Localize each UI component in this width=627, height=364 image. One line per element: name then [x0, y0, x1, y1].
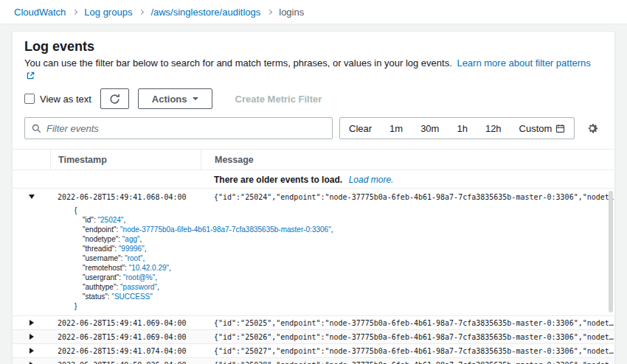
chevron-down-icon: [29, 195, 35, 199]
json-line: "username": "root",: [75, 253, 614, 263]
table-header: Timestamp Message: [13, 149, 614, 170]
external-link-icon: [27, 71, 35, 80]
log-timestamp: 2022-06-28T15:49:41.068-04:00: [50, 193, 201, 201]
column-header-timestamp[interactable]: Timestamp: [50, 150, 201, 169]
log-events-panel: Log events You can use the filter bar be…: [12, 31, 615, 364]
chevron-right-icon: [72, 9, 77, 14]
refresh-icon: [109, 94, 120, 105]
json-line: "threadid": "99996",: [75, 244, 614, 253]
scrollbar-thumb[interactable]: [609, 191, 613, 312]
log-message: {"id":"25028","endpoint":"node-37775b0a-…: [201, 361, 614, 364]
table-body: There are older events to load. Load mor…: [13, 170, 614, 364]
log-message: {"id":"25026","endpoint":"node-37775b0a-…: [201, 333, 614, 341]
search-icon: [32, 124, 41, 133]
time-custom-label: Custom: [519, 123, 552, 134]
create-metric-filter-button[interactable]: Create Metric Filter: [221, 88, 336, 109]
log-toolbar: View as text Actions Create Metric Filte…: [13, 82, 614, 109]
json-line: "remotehost": "10.42.0.29",: [75, 263, 614, 273]
time-clear-button[interactable]: Clear: [340, 118, 381, 139]
log-message: {"id":"25027","endpoint":"node-37775b0a-…: [201, 347, 614, 355]
json-line: "endpoint": "node-37775b0a-6feb-4b61-98a…: [75, 225, 614, 234]
chevron-down-icon: [193, 97, 198, 100]
settings-gear-button[interactable]: [586, 122, 599, 135]
refresh-button[interactable]: [100, 88, 129, 109]
log-events-table: Timestamp Message There are older events…: [13, 149, 614, 364]
expand-toggle[interactable]: [13, 344, 50, 357]
create-metric-filter-label: Create Metric Filter: [235, 94, 322, 105]
time-range-control: Clear 1m 30m 1h 12h Custom: [339, 117, 575, 139]
expanded-json: {"id": "25024","endpoint": "node-37775b0…: [13, 205, 614, 316]
filter-events-search[interactable]: [24, 117, 333, 139]
page-title: Log events: [24, 39, 603, 55]
learn-more-link[interactable]: Learn more about filter patterns: [457, 57, 590, 69]
log-row[interactable]: 2022-06-28T15:49:41.069-04:00{"id":"2502…: [13, 316, 614, 330]
log-timestamp: 2022-06-28T15:49:41.074-04:00: [50, 347, 201, 355]
chevron-right-icon: [30, 348, 34, 354]
log-rows: 2022-06-28T15:49:41.069-04:00{"id":"2502…: [13, 316, 614, 364]
view-as-text-label: View as text: [40, 94, 91, 105]
breadcrumb-log-groups[interactable]: Log groups: [84, 7, 132, 18]
checkbox-box[interactable]: [24, 94, 35, 104]
breadcrumb-current: logins: [279, 7, 304, 18]
chevron-right-icon: [30, 334, 34, 340]
log-row[interactable]: 2022-06-28T15:49:50.926-04:00{"id":"2502…: [13, 358, 614, 364]
log-timestamp: 2022-06-28T15:49:50.926-04:00: [50, 361, 201, 364]
calendar-icon: [555, 124, 565, 133]
json-line: "nodetype": "agg",: [75, 234, 614, 244]
load-more-link[interactable]: Load more.: [349, 175, 394, 185]
json-line: {: [75, 206, 614, 215]
log-row[interactable]: 2022-06-28T15:49:41.074-04:00{"id":"2502…: [13, 344, 614, 358]
view-as-text-checkbox[interactable]: View as text: [24, 94, 91, 105]
chevron-right-icon: [30, 320, 34, 326]
time-1h-button[interactable]: 1h: [448, 118, 476, 139]
page-description: You can use the filter bar below to sear…: [24, 57, 603, 82]
collapse-toggle[interactable]: [13, 189, 50, 205]
json-line: "status": "SUCCESS": [75, 292, 614, 301]
json-line: "usergrant": "root@%",: [75, 273, 614, 282]
breadcrumb-log-group-name[interactable]: /aws/singlestore/auditlogs: [150, 7, 260, 18]
expand-toggle[interactable]: [13, 330, 50, 343]
panel-header: Log events You can use the filter bar be…: [13, 32, 614, 82]
time-30m-button[interactable]: 30m: [412, 118, 448, 139]
expanded-row-summary[interactable]: 2022-06-28T15:49:41.068-04:00 {"id":"250…: [13, 189, 614, 205]
chevron-right-icon: [139, 9, 144, 14]
time-1m-button[interactable]: 1m: [381, 118, 412, 139]
time-custom-button[interactable]: Custom: [510, 118, 575, 139]
filter-events-input[interactable]: [46, 123, 325, 134]
older-events-row: There are older events to load. Load mor…: [13, 170, 614, 189]
breadcrumb-cloudwatch[interactable]: CloudWatch: [14, 7, 66, 18]
gear-icon: [586, 122, 599, 135]
actions-label: Actions: [152, 94, 187, 105]
json-line: "authtype": "password",: [75, 282, 614, 292]
filter-bar: Clear 1m 30m 1h 12h Custom: [13, 109, 614, 139]
log-message: {"id":"25025","endpoint":"node-37775b0a-…: [201, 319, 614, 327]
time-12h-button[interactable]: 12h: [477, 118, 510, 139]
log-timestamp: 2022-06-28T15:49:41.069-04:00: [50, 319, 201, 327]
json-line: "id": "25024",: [75, 215, 614, 225]
expand-toggle[interactable]: [13, 358, 50, 364]
log-timestamp: 2022-06-28T15:49:41.069-04:00: [50, 333, 201, 341]
older-events-text: There are older events to load.: [214, 175, 342, 185]
expand-toggle[interactable]: [13, 316, 50, 329]
chevron-right-icon: [267, 9, 272, 14]
expanded-log-row: 2022-06-28T15:49:41.068-04:00 {"id":"250…: [13, 189, 614, 316]
actions-button[interactable]: Actions: [138, 88, 212, 109]
json-line: }: [75, 301, 614, 311]
log-message: {"id":"25024","endpoint":"node-37775b0a-…: [201, 193, 614, 201]
breadcrumb: CloudWatch Log groups /aws/singlestore/a…: [0, 0, 627, 24]
description-text: You can use the filter bar below to sear…: [24, 57, 452, 69]
column-header-message[interactable]: Message: [201, 150, 614, 169]
log-row[interactable]: 2022-06-28T15:49:41.069-04:00{"id":"2502…: [13, 330, 614, 344]
